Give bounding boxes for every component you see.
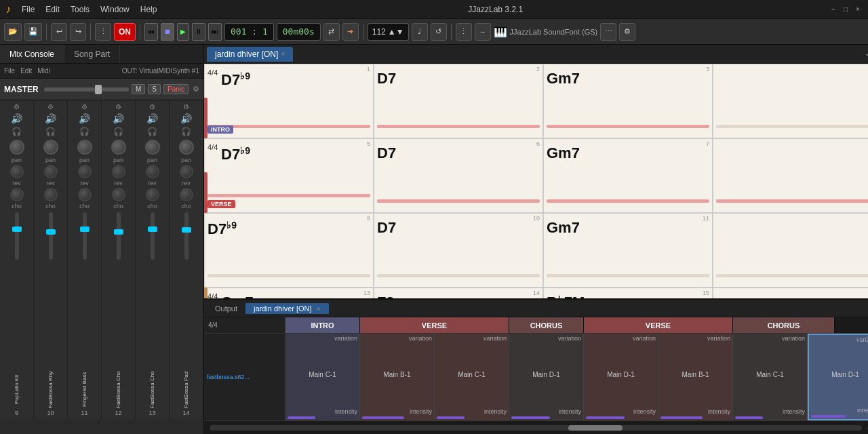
intensity-bar-8[interactable] <box>811 415 846 418</box>
ch-fader-0[interactable] <box>15 212 19 260</box>
intensity-bar-2[interactable] <box>362 416 404 419</box>
grid-cell-11[interactable]: 11 Gm7 <box>543 213 713 288</box>
master-fader[interactable] <box>44 87 129 92</box>
undo-button[interactable]: ↩ <box>51 23 67 41</box>
intensity-bar-4[interactable] <box>511 416 550 419</box>
intensity-bar-6[interactable] <box>660 416 703 419</box>
ch-cho-knob-3[interactable] <box>112 188 125 201</box>
more2-button[interactable]: ⋮ <box>456 23 472 41</box>
ch-headphone-icon-1[interactable]: 🎧 <box>45 127 56 136</box>
menu-tools[interactable]: Tools <box>65 3 95 16</box>
tab-song-part[interactable]: Song Part <box>64 45 120 63</box>
ch-rev-knob-1[interactable] <box>44 165 58 178</box>
intensity-bar-7[interactable] <box>735 416 763 419</box>
ch-fader-5[interactable] <box>184 212 189 260</box>
ch-pan-knob-0[interactable] <box>9 140 24 155</box>
ch-cho-knob-5[interactable] <box>180 188 193 201</box>
intensity-bar-3[interactable] <box>437 416 465 419</box>
ch-fader-thumb-5[interactable] <box>182 227 191 233</box>
minimize-button[interactable]: − <box>829 5 838 14</box>
ch-speaker-icon-1[interactable]: 🔊 <box>45 113 56 124</box>
section-chorus-1[interactable]: CHORUS <box>509 317 584 333</box>
ch-headphone-icon-2[interactable]: 🎧 <box>79 127 90 136</box>
tl-cell-4[interactable]: variation Main D-1 intensity <box>509 334 584 420</box>
ch-fader-thumb-2[interactable] <box>80 226 90 232</box>
arrow-right-button[interactable]: ➜ <box>342 23 359 41</box>
ch-fader-thumb-4[interactable] <box>148 226 157 232</box>
bottom-tab-close-icon[interactable]: × <box>317 305 321 313</box>
ch-cho-knob-2[interactable] <box>78 188 92 201</box>
track-name[interactable]: fastbossa.s62... <box>207 374 282 380</box>
ch-headphone-icon-0[interactable]: 🎧 <box>12 127 22 136</box>
ch-gear-4[interactable]: ⚙ <box>149 103 155 111</box>
master-panic-btn[interactable]: Panic <box>163 84 189 94</box>
mix-file[interactable]: File <box>4 67 15 75</box>
ch-cho-knob-1[interactable] <box>44 188 58 201</box>
section-chorus-2[interactable]: CHORUS <box>733 317 835 333</box>
menu-help[interactable]: Help <box>135 3 163 16</box>
ch-headphone-icon-4[interactable]: 🎧 <box>147 127 157 136</box>
ch-speaker-icon-5[interactable]: 🔊 <box>180 113 192 124</box>
maximize-button[interactable]: □ <box>841 5 850 14</box>
grid-cell-16[interactable]: 16 <box>713 288 868 298</box>
tl-cell-5[interactable]: variation Main D-1 intensity <box>584 334 658 420</box>
tl-cell-6[interactable]: variation Main B-1 intensity <box>658 334 733 420</box>
ch-fader-thumb-1[interactable] <box>46 229 56 235</box>
save-button[interactable]: 💾 <box>24 23 42 41</box>
grid-cell-10[interactable]: 10 D7 <box>374 213 543 288</box>
tab-mix-console[interactable]: Mix Console <box>0 45 64 63</box>
ch-fader-2[interactable] <box>83 212 87 260</box>
ch-pan-knob-2[interactable] <box>77 140 92 155</box>
ch-rev-knob-0[interactable] <box>10 165 24 178</box>
editor-tab-close-icon[interactable]: × <box>281 50 285 58</box>
ch-rev-knob-4[interactable] <box>146 165 159 178</box>
ch-fader-1[interactable] <box>49 212 53 260</box>
master-m-btn[interactable]: M <box>132 84 145 94</box>
menu-edit[interactable]: Edit <box>40 3 65 16</box>
mix-midi[interactable]: Midi <box>37 67 50 75</box>
grid-cell-4[interactable]: 4 <box>713 64 868 138</box>
ch-speaker-icon-4[interactable]: 🔊 <box>146 113 158 124</box>
intensity-bar-1[interactable] <box>288 416 315 419</box>
ch-speaker-icon-3[interactable]: 🔊 <box>113 113 124 124</box>
ch-rev-knob-2[interactable] <box>78 165 92 178</box>
ch-headphone-icon-3[interactable]: 🎧 <box>113 127 123 136</box>
ch-gear-0[interactable]: ⚙ <box>14 103 20 111</box>
grid-cell-7[interactable]: 7 Gm7 <box>543 138 713 213</box>
ch-pan-knob-4[interactable] <box>145 140 160 155</box>
rewind-button[interactable]: ⏮ <box>144 23 158 41</box>
ch-rev-knob-3[interactable] <box>112 165 125 178</box>
grid-cell-13[interactable]: 4/4 13 Cm7 CHORUS <box>204 288 374 298</box>
grid-cell-9[interactable]: 9 D7♭9 <box>204 213 374 288</box>
menu-window[interactable]: Window <box>95 3 135 16</box>
open-button[interactable]: 📂 <box>4 23 22 41</box>
grid-cell-6[interactable]: 6 D7 <box>374 138 543 213</box>
tab-song-editor[interactable]: jardin dhiver [ON] × <box>207 47 293 62</box>
grid-cell-8[interactable]: 8 <box>713 138 868 213</box>
tl-cell-3[interactable]: variation Main C-1 intensity <box>435 334 509 420</box>
tl-cell-1[interactable]: variation Main C-1 intensity <box>285 334 360 420</box>
play-button[interactable]: ▶ <box>177 23 189 41</box>
ch-speaker-icon-0[interactable]: 🔊 <box>11 113 22 124</box>
grid-cell-15[interactable]: 15 B♭7M <box>543 288 713 298</box>
pause-button[interactable]: ⏸ <box>192 23 205 41</box>
ch-pan-knob-5[interactable] <box>179 140 194 155</box>
grid-cell-5[interactable]: 4/4 5 D7♭9 VERSE <box>204 138 374 213</box>
ch-cho-knob-4[interactable] <box>146 188 159 201</box>
section-intro[interactable]: INTRO <box>285 317 360 333</box>
redo-button[interactable]: ↪ <box>70 23 86 41</box>
menu-file[interactable]: File <box>16 3 40 16</box>
grid-cell-2[interactable]: 2 D7 <box>374 64 543 138</box>
soundfont-options[interactable]: ⋯ <box>600 23 616 41</box>
section-verse-1[interactable]: VERSE <box>360 317 509 333</box>
tl-cell-2[interactable]: variation Main B-1 intensity <box>360 334 435 420</box>
scrollbar-thumb[interactable] <box>568 425 623 431</box>
tab-output[interactable]: Output <box>207 303 245 314</box>
close-button[interactable]: × <box>853 5 863 14</box>
loop2-button[interactable]: ↺ <box>431 23 447 41</box>
ch-fader-thumb-0[interactable] <box>12 226 22 232</box>
ch-fader-3[interactable] <box>117 212 121 260</box>
ch-fader-thumb-3[interactable] <box>114 229 123 235</box>
settings-button[interactable]: ⚙ <box>619 23 635 41</box>
ch-gear-2[interactable]: ⚙ <box>81 103 87 111</box>
